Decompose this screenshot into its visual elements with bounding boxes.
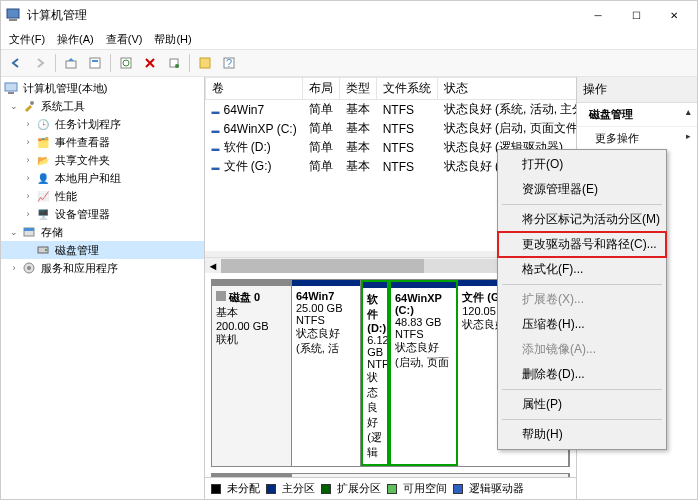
minimize-button[interactable]: ─ [579,1,617,29]
ctx-extend: 扩展卷(X)... [498,287,666,312]
menu-help[interactable]: 帮助(H) [150,30,195,49]
partition[interactable]: 64WinXP (C:)48.83 GB NTFS状态良好 (启动, 页面 [389,280,458,466]
expand-icon[interactable]: › [21,119,35,129]
tree-services[interactable]: › 服务和应用程序 [1,259,204,277]
submenu-arrow-icon: ▸ [686,131,691,141]
svg-rect-9 [200,58,210,68]
actions-header: 操作 [577,77,697,103]
tree-pane: 计算机管理(本地) ⌄ 系统工具 ›🕒任务计划程序›🗂️事件查看器›📂共享文件夹… [1,77,205,499]
legend-logical-icon [453,484,463,494]
tree-item[interactable]: ›🕒任务计划程序 [1,115,204,133]
svg-point-20 [27,266,31,270]
menubar: 文件(F) 操作(A) 查看(V) 帮助(H) [1,29,697,49]
expand-icon[interactable]: › [21,209,35,219]
back-button[interactable] [5,52,27,74]
services-icon [21,260,37,276]
ctx-delete[interactable]: 删除卷(D)... [498,362,666,387]
volume-row[interactable]: 64Win7简单基本NTFS状态良好 (系统, 活动, 主分区)25.00 GB… [206,100,577,120]
delete-button[interactable] [139,52,161,74]
svg-rect-2 [66,61,76,68]
refresh-button[interactable] [115,52,137,74]
legend-primary-icon [266,484,276,494]
col-volume[interactable]: 卷 [206,78,303,100]
menu-action[interactable]: 操作(A) [53,30,98,49]
settings-button[interactable] [163,52,185,74]
svg-point-18 [45,249,47,251]
item-icon: 🖥️ [35,206,51,222]
ctx-props[interactable]: 属性(P) [498,392,666,417]
more-actions[interactable]: 更多操作▸ [577,127,697,150]
ctx-help[interactable]: 帮助(H) [498,422,666,447]
collapse-icon[interactable]: ⌄ [7,101,21,111]
item-icon: 👤 [35,170,51,186]
partition[interactable]: 64Win725.00 GB NTFS状态良好 (系统, 活 [292,280,361,466]
expand-icon[interactable]: › [21,137,35,147]
col-type[interactable]: 类型 [340,78,377,100]
ctx-shrink[interactable]: 压缩卷(H)... [498,312,666,337]
legend-free-icon [387,484,397,494]
svg-rect-16 [24,228,34,231]
svg-rect-3 [90,58,100,68]
app-icon [5,7,21,23]
ctx-explorer[interactable]: 资源管理器(E) [498,177,666,202]
item-icon: 🕒 [35,116,51,132]
item-icon: 📂 [35,152,51,168]
tools-icon [21,98,37,114]
maximize-button[interactable]: ☐ [617,1,655,29]
svg-point-14 [30,101,34,105]
forward-button[interactable] [29,52,51,74]
close-button[interactable]: ✕ [655,1,693,29]
ctx-change-letter[interactable]: 更改驱动器号和路径(C)... [498,232,666,257]
collapse-arrow-icon[interactable]: ▴ [686,107,691,117]
col-status[interactable]: 状态 [438,78,576,100]
tree-item[interactable]: ›🗂️事件查看器 [1,133,204,151]
window-title: 计算机管理 [27,7,579,24]
svg-rect-1 [9,19,17,21]
volume-row[interactable]: 64WinXP (C:)简单基本NTFS状态良好 (启动, 页面文件, 故障转储… [206,119,577,138]
toolbar: ? [1,49,697,77]
tree-root[interactable]: 计算机管理(本地) [1,79,204,97]
partition[interactable]: 软件 (D:)6.12 GB NTFS状态良好 (逻辑 [361,280,389,466]
tree-storage[interactable]: ⌄ 存储 [1,223,204,241]
svg-text:?: ? [226,57,232,69]
col-fs[interactable]: 文件系统 [377,78,438,100]
tree-item[interactable]: ›🖥️设备管理器 [1,205,204,223]
properties-button[interactable] [84,52,106,74]
up-button[interactable] [60,52,82,74]
collapse-icon[interactable]: ⌄ [7,227,21,237]
context-menu: 打开(O) 资源管理器(E) 将分区标记为活动分区(M) 更改驱动器号和路径(C… [497,149,667,450]
expand-icon[interactable]: › [21,155,35,165]
storage-icon [21,224,37,240]
actions-group: 磁盘管理▴ [577,103,697,127]
svg-rect-12 [5,83,17,91]
svg-rect-0 [7,9,19,18]
view1-button[interactable] [194,52,216,74]
svg-point-8 [175,64,179,68]
item-icon: 📈 [35,188,51,204]
col-layout[interactable]: 布局 [303,78,340,100]
expand-icon[interactable]: › [21,191,35,201]
ctx-mirror: 添加镜像(A)... [498,337,666,362]
disk-icon [35,242,51,258]
tree-item[interactable]: ›📈性能 [1,187,204,205]
tree-item[interactable]: ›👤本地用户和组 [1,169,204,187]
svg-rect-13 [8,92,14,94]
tree-diskmgmt[interactable]: 磁盘管理 [1,241,204,259]
menu-view[interactable]: 查看(V) [102,30,147,49]
legend-unalloc-icon [211,484,221,494]
legend-extended-icon [321,484,331,494]
svg-rect-4 [92,60,98,62]
help-button[interactable]: ? [218,52,240,74]
legend: 未分配 主分区 扩展分区 可用空间 逻辑驱动器 [205,477,576,499]
tree-item[interactable]: ›📂共享文件夹 [1,151,204,169]
item-icon: 🗂️ [35,134,51,150]
menu-file[interactable]: 文件(F) [5,30,49,49]
titlebar: 计算机管理 ─ ☐ ✕ [1,1,697,29]
ctx-open[interactable]: 打开(O) [498,152,666,177]
expand-icon[interactable]: › [7,263,21,273]
ctx-format[interactable]: 格式化(F)... [498,257,666,282]
ctx-mark-active[interactable]: 将分区标记为活动分区(M) [498,207,666,232]
expand-icon[interactable]: › [21,173,35,183]
disk-header[interactable]: 磁盘 0 基本 200.00 GB 联机 [212,280,292,466]
tree-systools[interactable]: ⌄ 系统工具 [1,97,204,115]
